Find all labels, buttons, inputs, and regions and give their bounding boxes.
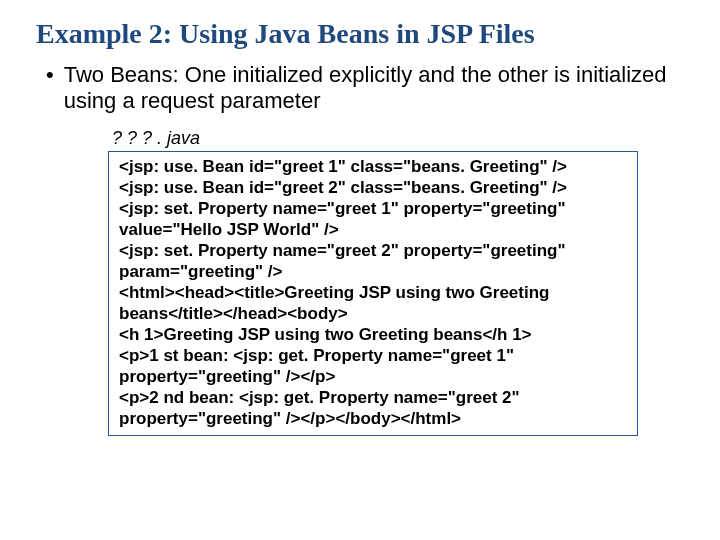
code-line: property="greeting" /></p></body></html> (119, 408, 627, 429)
code-line: <jsp: set. Property name="greet 2" prope… (119, 240, 627, 261)
code-line: beans</title></head><body> (119, 303, 627, 324)
code-line: param="greeting" /> (119, 261, 627, 282)
code-line: property="greeting" /></p> (119, 366, 627, 387)
code-line: value="Hello JSP World" /> (119, 219, 627, 240)
bullet-text: Two Beans: One initialized explicitly an… (64, 62, 684, 114)
code-line: <html><head><title>Greeting JSP using tw… (119, 282, 627, 303)
code-box: <jsp: use. Bean id="greet 1" class="bean… (108, 151, 638, 436)
code-line: <jsp: use. Bean id="greet 1" class="bean… (119, 156, 627, 177)
code-line: <jsp: set. Property name="greet 1" prope… (119, 198, 627, 219)
bullet-marker: • (46, 62, 54, 88)
code-line: <h 1>Greeting JSP using two Greeting bea… (119, 324, 627, 345)
code-line: <p>2 nd bean: <jsp: get. Property name="… (119, 387, 627, 408)
filename-label: ? ? ? . java (112, 128, 684, 149)
bullet-item: • Two Beans: One initialized explicitly … (46, 62, 684, 114)
slide-title: Example 2: Using Java Beans in JSP Files (36, 18, 684, 50)
code-line: <jsp: use. Bean id="greet 2" class="bean… (119, 177, 627, 198)
code-line: <p>1 st bean: <jsp: get. Property name="… (119, 345, 627, 366)
